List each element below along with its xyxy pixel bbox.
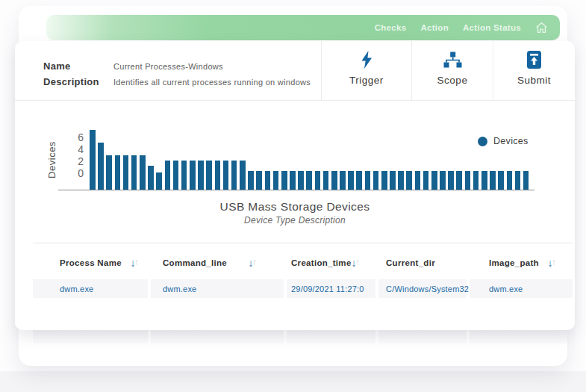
bar — [456, 171, 462, 190]
y-axis-label: Devices — [46, 141, 57, 178]
bar — [148, 166, 154, 190]
table-cell-creation_time[interactable]: 29/09/2021 11:27:0 — [287, 279, 375, 298]
column-header-current_dir: Current_dir — [378, 247, 467, 278]
bar — [398, 171, 404, 190]
column-header-image_path: Image_path↓↑ — [470, 247, 573, 278]
bar — [123, 155, 129, 190]
column-label: Command_line — [163, 258, 227, 267]
table-cell-image_path[interactable]: dwm.exe — [470, 279, 573, 298]
column-label: Current_dir — [386, 258, 435, 267]
page-background: ChecksActionAction Status Name Current P… — [0, 0, 586, 392]
bar — [348, 171, 354, 190]
chart-subtitle: Device Type Description — [15, 215, 575, 225]
bar — [340, 171, 346, 190]
table-cell-process name[interactable]: dwm.exe — [33, 279, 148, 298]
name-value: Current Processes-Windows — [113, 62, 223, 71]
sort-icon[interactable]: ↓↑ — [248, 258, 257, 268]
bar — [523, 171, 529, 190]
bar — [415, 171, 421, 190]
sort-up-arrow-icon: ↑ — [552, 258, 556, 267]
scope-button[interactable]: Scope — [411, 41, 493, 100]
bar — [406, 171, 412, 190]
bar — [465, 171, 471, 190]
bar — [206, 161, 212, 190]
column-label: Creation_time — [291, 258, 352, 267]
bar — [248, 171, 254, 190]
sort-icon[interactable]: ↓↑ — [352, 258, 361, 268]
column-header-creation_time: Creation_time↓↑ — [287, 247, 375, 278]
column-label: Image_path — [489, 258, 539, 267]
bar — [490, 171, 496, 190]
upload-icon — [526, 49, 542, 70]
nav-items: ChecksActionAction Status — [375, 23, 521, 32]
legend-dot-icon — [478, 137, 487, 146]
bar — [98, 143, 104, 190]
bar — [356, 171, 362, 190]
action-label: Scope — [437, 75, 468, 86]
bar — [290, 171, 296, 190]
bar — [323, 171, 329, 190]
bar — [198, 161, 204, 190]
bar — [173, 161, 179, 190]
bar — [90, 130, 96, 190]
sort-up-arrow-icon: ↑ — [355, 258, 360, 267]
bar — [231, 161, 237, 190]
bar — [473, 171, 479, 190]
info-section: Name Current Processes-Windows Descripti… — [15, 41, 575, 101]
nav-item-action[interactable]: Action — [420, 23, 449, 32]
sort-icon[interactable]: ↓↑ — [547, 258, 556, 268]
column-header-command_line: Command_line↓↑ — [151, 247, 284, 278]
bar — [448, 171, 454, 190]
table-cell-current_dir[interactable]: C/Windows/System32 — [378, 279, 467, 298]
sitemap-icon — [443, 49, 463, 70]
sort-up-arrow-icon: ↑ — [252, 258, 257, 267]
column-label: Process Name — [60, 258, 122, 267]
bar — [190, 161, 196, 190]
process-table: Process Name↓↑Command_line↓↑Creation_tim… — [33, 243, 573, 298]
description-value: Identifies all current processes running… — [113, 78, 311, 87]
bar — [423, 171, 429, 190]
sort-up-arrow-icon: ↑ — [134, 258, 139, 267]
column-header-process name: Process Name↓↑ — [33, 247, 148, 278]
page-bottom-band — [0, 371, 586, 392]
bar — [315, 171, 321, 190]
bar — [223, 161, 229, 190]
bar — [331, 171, 337, 190]
description-label: Description — [43, 76, 113, 87]
bar — [507, 171, 513, 190]
name-label: Name — [43, 60, 113, 72]
bar — [431, 171, 437, 190]
sort-icon[interactable]: ↓↑ — [130, 258, 139, 268]
chart-title: USB Mass Storage Devices — [15, 200, 575, 214]
bar — [131, 155, 137, 190]
bar — [265, 171, 271, 190]
bar — [181, 161, 187, 190]
bar-plot — [58, 101, 534, 190]
bar — [365, 171, 371, 190]
bar — [298, 171, 304, 190]
chart-legend: Devices — [478, 136, 529, 146]
bar — [373, 171, 379, 190]
name-row: Name Current Processes-Windows — [43, 60, 223, 72]
action-label: Trigger — [349, 75, 384, 86]
trigger-button[interactable]: Trigger — [321, 41, 411, 100]
submit-button[interactable]: Submit — [493, 41, 575, 100]
bar — [440, 171, 446, 190]
bar — [106, 155, 112, 190]
action-buttons: TriggerScopeSubmit — [321, 41, 575, 100]
bar — [215, 161, 221, 190]
bar — [515, 171, 521, 190]
bar — [498, 171, 504, 190]
nav-item-action-status[interactable]: Action Status — [463, 23, 521, 32]
top-nav-bar: ChecksActionAction Status — [46, 15, 560, 40]
chart-section: Devices 6420 Devices USB Mass Storage De… — [15, 101, 575, 239]
legend-label: Devices — [493, 136, 529, 146]
bar — [273, 171, 279, 190]
description-row: Description Identifies all current proce… — [43, 76, 311, 87]
home-icon[interactable] — [535, 22, 548, 34]
nav-item-checks[interactable]: Checks — [375, 23, 407, 32]
bar — [165, 161, 171, 190]
bar — [140, 155, 146, 190]
table-cell-command_line[interactable]: dwm.exe — [151, 279, 284, 298]
bar — [115, 155, 121, 190]
